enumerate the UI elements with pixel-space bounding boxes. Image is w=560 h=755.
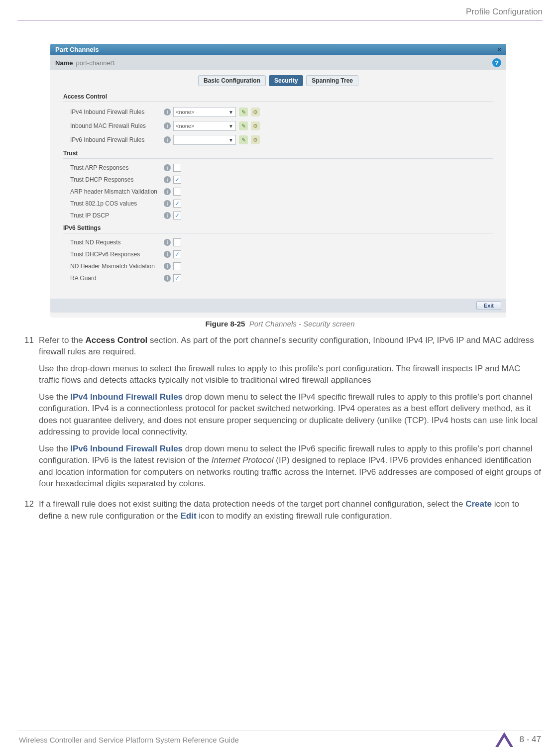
body-content: 11 Refer to the Access Control section. …	[19, 334, 541, 531]
label-trust-dhcp: Trust DHCP Responses	[63, 176, 164, 183]
label-mac-inbound: Inbound MAC Firewall Rules	[63, 122, 164, 129]
paragraph: If a firewall rule does not exist suitin…	[39, 498, 541, 522]
close-icon[interactable]: ×	[497, 46, 501, 53]
list-number: 12	[19, 498, 39, 527]
name-bar: Name port-channel1 ?	[50, 55, 506, 70]
tab-basic-configuration[interactable]: Basic Configuration	[198, 75, 266, 86]
create-icon[interactable]: ✎	[239, 135, 248, 144]
text: Refer to the	[39, 335, 86, 345]
info-icon[interactable]: i	[164, 200, 171, 207]
checkbox-trust-nd[interactable]	[173, 238, 181, 246]
footer-page: 8 - 47	[494, 731, 541, 748]
section-access-control: Access Control	[63, 90, 493, 102]
name-label: Name	[55, 59, 73, 67]
figure-caption-text: Port Channels - Security screen	[249, 320, 355, 328]
checkbox-ra-guard[interactable]	[173, 274, 181, 282]
text: If a firewall rule does not exist suitin…	[39, 499, 465, 509]
section-ipv6-settings: IPv6 Settings	[63, 221, 493, 233]
tab-bar: Basic Configuration Security Spanning Tr…	[50, 70, 506, 90]
screenshot-panel: Part Channels × Name port-channel1 ? Bas…	[50, 44, 506, 318]
header-chapter-title: Profile Configuration	[466, 7, 543, 17]
checkbox-nd-mismatch[interactable]	[173, 262, 181, 270]
footer-rule	[17, 731, 543, 731]
info-icon[interactable]: i	[164, 122, 171, 129]
list-number: 11	[19, 334, 39, 494]
chevron-down-icon: ▼	[228, 109, 233, 115]
checkbox-trust-8021p[interactable]	[173, 200, 181, 208]
dropdown-mac-inbound[interactable]: <none>▼	[173, 121, 236, 131]
info-icon[interactable]: i	[164, 108, 171, 115]
panel-body: Basic Configuration Security Spanning Tr…	[50, 70, 506, 313]
section-trust: Trust	[63, 147, 493, 159]
edit-icon[interactable]: ⚙	[251, 108, 260, 116]
label-trust-dscp: Trust IP DSCP	[63, 212, 164, 219]
text: icon to modify an existing firewall rule…	[197, 511, 392, 521]
dropdown-ipv4-inbound[interactable]: <none>▼	[173, 107, 236, 117]
row-mac-inbound: Inbound MAC Firewall Rules i <none>▼ ✎ ⚙	[63, 119, 493, 133]
label-arp-mismatch: ARP header Mismatch Validation	[63, 188, 164, 195]
paragraph: Use the IPv6 Inbound Firewall Rules drop…	[39, 443, 541, 490]
tab-spanning-tree[interactable]: Spanning Tree	[306, 75, 358, 86]
info-icon[interactable]: i	[164, 239, 171, 246]
label-trust-arp: Trust ARP Responses	[63, 164, 164, 171]
paragraph: Use the drop-down menus to select the fi…	[39, 363, 541, 386]
edit-icon[interactable]: ⚙	[251, 121, 260, 130]
checkbox-arp-mismatch[interactable]	[173, 188, 181, 196]
info-icon[interactable]: i	[164, 275, 171, 282]
label-ra-guard: RA Guard	[63, 275, 164, 282]
bold-text: Access Control	[86, 335, 148, 345]
help-icon[interactable]: ?	[492, 58, 501, 67]
row-ipv6-inbound: IPv6 Inbound Firewall Rules i ▼ ✎ ⚙	[63, 133, 493, 147]
info-icon[interactable]: i	[164, 251, 171, 258]
info-icon[interactable]: i	[164, 212, 171, 219]
label-nd-mismatch: ND Header Mismatch Validation	[63, 263, 164, 270]
create-icon[interactable]: ✎	[239, 108, 248, 116]
list-item-11: 11 Refer to the Access Control section. …	[39, 334, 541, 494]
tab-security[interactable]: Security	[269, 75, 303, 86]
checkbox-trust-dhcpv6[interactable]	[173, 250, 181, 258]
label-trust-dhcpv6: Trust DHCPv6 Responses	[63, 251, 164, 258]
dropdown-value: <none>	[176, 123, 194, 129]
dropdown-value: <none>	[176, 109, 194, 115]
panel-titlebar: Part Channels ×	[50, 44, 506, 55]
list-item-12: 12 If a firewall rule does not exist sui…	[39, 498, 541, 527]
name-value: port-channel1	[76, 59, 115, 67]
label-ipv6-inbound: IPv6 Inbound Firewall Rules	[63, 136, 164, 143]
italic-text: Internet Protocol	[212, 455, 274, 465]
bold-text: IPv6 Inbound Firewall Rules	[70, 444, 183, 453]
label-trust-nd: Trust ND Requests	[63, 239, 164, 246]
label-trust-8021p: Trust 802.1p COS values	[63, 200, 164, 207]
info-icon[interactable]: i	[164, 188, 171, 195]
page-number: 8 - 47	[520, 735, 541, 745]
paragraph: Refer to the Access Control section. As …	[39, 334, 541, 358]
bold-text: IPv4 Inbound Firewall Rules	[70, 392, 183, 402]
bold-text: Edit	[180, 511, 196, 521]
chevron-down-icon: ▼	[228, 137, 233, 143]
info-icon[interactable]: i	[164, 176, 171, 183]
edit-icon[interactable]: ⚙	[251, 135, 260, 144]
label-ipv4-inbound: IPv4 Inbound Firewall Rules	[63, 108, 164, 115]
text: Use the	[39, 392, 70, 402]
info-icon[interactable]: i	[164, 263, 171, 270]
info-icon[interactable]: i	[164, 136, 171, 143]
paragraph: Use the IPv4 Inbound Firewall Rules drop…	[39, 391, 541, 438]
checkbox-trust-arp[interactable]	[173, 164, 181, 172]
text: Use the	[39, 444, 70, 453]
panel-title-text: Part Channels	[55, 46, 99, 53]
checkbox-trust-dscp[interactable]	[173, 212, 181, 219]
chevron-down-icon: ▼	[228, 123, 233, 129]
row-ipv4-inbound: IPv4 Inbound Firewall Rules i <none>▼ ✎ …	[63, 105, 493, 119]
dropdown-ipv6-inbound[interactable]: ▼	[173, 135, 236, 145]
bold-text: Create	[465, 499, 492, 509]
panel-bottom-bar: Exit	[50, 299, 506, 313]
figure-number: Figure 8-25	[205, 320, 245, 328]
figure-caption: Figure 8-25 Port Channels - Security scr…	[0, 320, 560, 328]
exit-button[interactable]: Exit	[476, 301, 501, 310]
info-icon[interactable]: i	[164, 164, 171, 171]
brand-logo-icon	[494, 731, 515, 748]
footer-doc-title: Wireless Controller and Service Platform…	[19, 736, 239, 744]
checkbox-trust-dhcp[interactable]	[173, 176, 181, 184]
header-rule	[17, 20, 543, 20]
create-icon[interactable]: ✎	[239, 121, 248, 130]
